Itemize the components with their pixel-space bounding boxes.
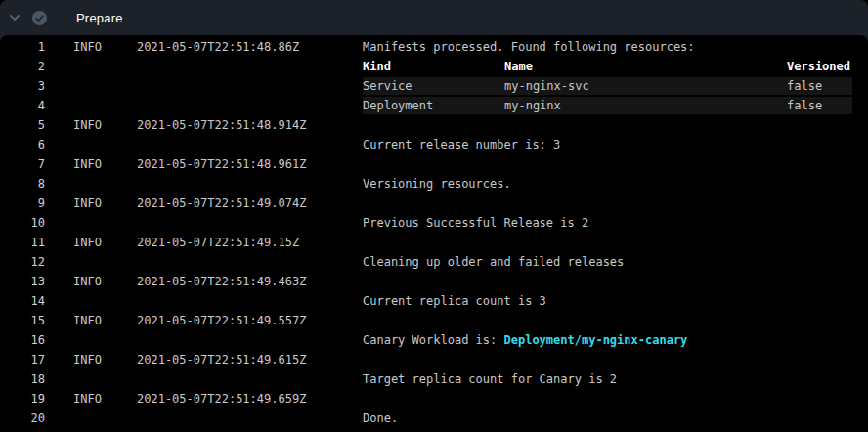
log-row: 18 Target replica count for Canary is 2	[0, 369, 868, 389]
line-number[interactable]: 1	[0, 37, 45, 57]
log-timestamp: 2021-05-07T22:51:49.659Z	[137, 389, 363, 409]
table-cell-versioned: false	[787, 97, 852, 114]
log-timestamp	[137, 330, 363, 350]
log-timestamp	[137, 409, 363, 428]
line-number[interactable]: 18	[0, 369, 45, 389]
step-title: Prepare	[76, 11, 123, 25]
log-timestamp	[137, 291, 363, 311]
log-level	[73, 96, 137, 115]
log-message: Current release number is: 3	[363, 135, 868, 154]
log-panel: 1 INFO 2021-05-07T22:51:48.86Z Manifests…	[0, 35, 868, 432]
line-number[interactable]: 3	[0, 76, 45, 96]
log-row: 15 INFO 2021-05-07T22:51:49.557Z	[0, 311, 868, 330]
log-row: 17 INFO 2021-05-07T22:51:49.615Z	[0, 350, 868, 369]
log-message: KindNameVersioned	[363, 57, 868, 76]
table-cell-kind: Deployment	[363, 97, 504, 114]
line-number[interactable]: 17	[0, 350, 45, 369]
log-row: 20 Done.	[0, 409, 868, 428]
log-row: 5 INFO 2021-05-07T22:51:48.914Z	[0, 115, 868, 135]
log-row: 19 INFO 2021-05-07T22:51:49.659Z	[0, 389, 868, 409]
log-level: INFO	[73, 350, 137, 369]
log-viewer-window: Prepare 1 INFO 2021-05-07T22:51:48.86Z M…	[0, 0, 868, 432]
log-message: Manifests processed. Found following res…	[363, 37, 868, 57]
line-number[interactable]: 9	[0, 194, 45, 213]
line-number[interactable]: 6	[0, 135, 45, 154]
log-message	[363, 311, 868, 330]
line-number[interactable]: 13	[0, 272, 45, 291]
line-number[interactable]: 10	[0, 213, 45, 233]
log-level	[73, 213, 137, 233]
log-timestamp: 2021-05-07T22:51:49.615Z	[137, 350, 363, 369]
log-timestamp	[137, 369, 363, 389]
log-level: INFO	[73, 272, 137, 291]
log-level: INFO	[73, 37, 137, 57]
log-message: Previous Successful Release is 2	[363, 213, 868, 233]
log-row: 16 Canary Workload is: Deployment/my-ngi…	[0, 330, 868, 350]
check-circle-icon	[32, 11, 47, 25]
line-number[interactable]: 11	[0, 233, 45, 252]
line-number[interactable]: 5	[0, 115, 45, 135]
log-message: Done.	[363, 409, 868, 428]
log-message: Canary Workload is: Deployment/my-nginx-…	[363, 330, 868, 350]
table-cell-versioned: false	[787, 77, 852, 95]
table-cell-name: Name	[504, 58, 787, 75]
log-level	[73, 76, 137, 96]
table-cell-versioned: Versioned	[787, 58, 852, 75]
log-message: Deploymentmy-nginxfalse	[363, 96, 868, 115]
log-timestamp: 2021-05-07T22:51:49.463Z	[137, 272, 363, 291]
log-level	[73, 330, 137, 350]
resources-table-row: Deploymentmy-nginxfalse	[363, 97, 852, 114]
log-message: Current replica count is 3	[363, 291, 868, 311]
table-cell-name: my-nginx	[504, 97, 787, 114]
line-number[interactable]: 4	[0, 96, 45, 115]
log-message	[363, 350, 868, 369]
log-level	[73, 252, 137, 272]
line-number[interactable]: 2	[0, 57, 45, 76]
chevron-down-icon[interactable]	[8, 11, 22, 24]
log-message	[363, 154, 868, 174]
log-timestamp: 2021-05-07T22:51:48.961Z	[137, 154, 363, 174]
log-level: INFO	[73, 194, 137, 213]
log-level	[73, 135, 137, 154]
log-row: 8 Versioning resources.	[0, 174, 868, 194]
log-row: 1 INFO 2021-05-07T22:51:48.86Z Manifests…	[0, 37, 868, 57]
log-timestamp: 2021-05-07T22:51:49.15Z	[137, 233, 363, 252]
table-cell-kind: Kind	[363, 58, 504, 75]
log-timestamp: 2021-05-07T22:51:48.86Z	[137, 37, 363, 57]
log-level	[73, 369, 137, 389]
log-message: Target replica count for Canary is 2	[363, 369, 868, 389]
log-timestamp	[137, 213, 363, 233]
log-row: 7 INFO 2021-05-07T22:51:48.961Z	[0, 154, 868, 174]
step-header[interactable]: Prepare	[0, 0, 868, 35]
log-row: 2 KindNameVersioned	[0, 57, 868, 76]
log-level: INFO	[73, 233, 137, 252]
log-row: 12 Cleaning up older and failed releases	[0, 252, 868, 272]
log-timestamp: 2021-05-07T22:51:49.074Z	[137, 194, 363, 213]
line-number[interactable]: 7	[0, 154, 45, 174]
log-message: Versioning resources.	[363, 174, 868, 194]
log-level: INFO	[73, 154, 137, 174]
line-number[interactable]: 16	[0, 330, 45, 350]
log-level: INFO	[73, 115, 137, 135]
log-level	[73, 174, 137, 194]
log-level	[73, 57, 137, 76]
log-timestamp	[137, 57, 363, 76]
line-number[interactable]: 19	[0, 389, 45, 409]
log-row: 14 Current replica count is 3	[0, 291, 868, 311]
log-timestamp	[137, 96, 363, 115]
line-number[interactable]: 15	[0, 311, 45, 330]
log-row: 6 Current release number is: 3	[0, 135, 868, 154]
line-number[interactable]: 14	[0, 291, 45, 311]
log-message	[363, 115, 868, 135]
line-number[interactable]: 12	[0, 252, 45, 272]
canary-workload-value: Deployment/my-nginx-canary	[504, 333, 688, 347]
log-row: 11 INFO 2021-05-07T22:51:49.15Z	[0, 233, 868, 252]
log-timestamp	[137, 252, 363, 272]
log-level	[73, 409, 137, 428]
line-number[interactable]: 20	[0, 409, 45, 428]
line-number[interactable]: 8	[0, 174, 45, 194]
log-row: 3 Servicemy-nginx-svcfalse	[0, 76, 868, 96]
log-row: 13 INFO 2021-05-07T22:51:49.463Z	[0, 272, 868, 291]
log-timestamp	[137, 135, 363, 154]
log-message	[363, 389, 868, 409]
